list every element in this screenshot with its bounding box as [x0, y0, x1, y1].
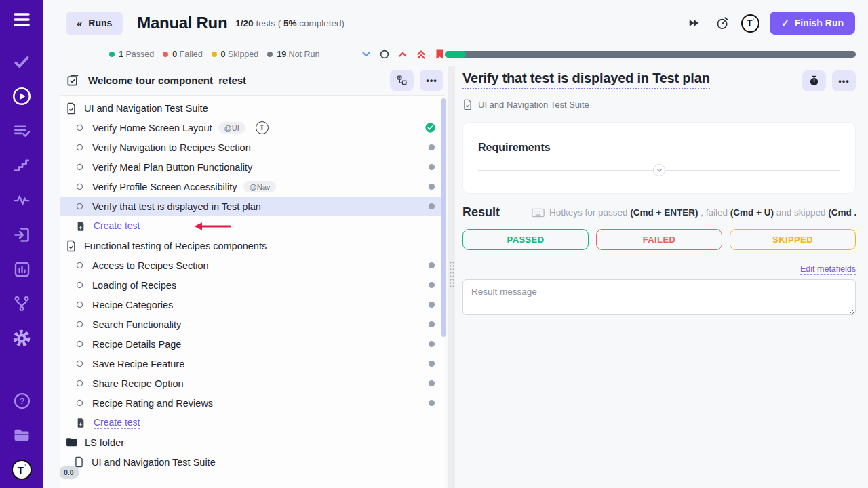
check-icon[interactable]: [12, 52, 32, 72]
status-row: 1 Passed0 Failed0 Skipped19 Not Run: [43, 47, 868, 61]
tree-list: UI and Navigation Test SuiteVerify Home …: [60, 96, 445, 488]
branch-icon[interactable]: [12, 293, 32, 314]
bookmark-icon[interactable]: [434, 49, 445, 60]
test-status-icon: [428, 340, 435, 348]
test-row[interactable]: Verify Profile Screen Accessibility@Nav: [60, 177, 445, 197]
expand-requirements-button[interactable]: [653, 164, 665, 176]
status-count-failed: 0 Failed: [163, 49, 202, 59]
detail-more-actions-button[interactable]: •••: [832, 70, 856, 92]
test-bullet-icon: [76, 301, 83, 308]
finish-run-button[interactable]: ✓ Finish Run: [770, 12, 855, 35]
steps-icon[interactable]: [12, 155, 32, 176]
edit-metafields-link[interactable]: Edit metafields: [800, 264, 856, 275]
test-label: Verify Home Screen Layout: [92, 123, 212, 134]
brand-logo-icon[interactable]: T': [12, 460, 32, 480]
test-row[interactable]: Share Recipe Option: [60, 373, 445, 393]
import-icon[interactable]: [12, 224, 32, 245]
status-filter-icons: [361, 49, 445, 60]
create-test-row[interactable]: Create test: [60, 216, 445, 236]
create-test-link[interactable]: Create test: [94, 417, 140, 429]
stopwatch-button[interactable]: [802, 70, 826, 92]
test-row[interactable]: Search Functionality: [60, 314, 445, 334]
list-check-icon[interactable]: [12, 121, 32, 141]
result-passed-button[interactable]: PASSED: [462, 229, 589, 250]
suite-row[interactable]: Functional testing of Recipes components: [60, 236, 445, 256]
test-row[interactable]: Access to Recipes Section: [60, 256, 445, 275]
suite-row[interactable]: 0.0UI and Navigation Test Suite: [60, 452, 445, 472]
analytics-icon[interactable]: [12, 259, 32, 279]
test-status-icon: [428, 360, 435, 367]
test-bullet-icon: [76, 183, 83, 190]
test-row[interactable]: Recipe Rating and Reviews: [60, 393, 445, 413]
test-bullet-icon: [76, 380, 83, 387]
folder-label: LS folder: [85, 437, 124, 448]
circle-outline-icon[interactable]: [379, 49, 390, 60]
chevron-down-icon[interactable]: [361, 49, 372, 60]
suite-label: UI and Navigation Test Suite: [84, 103, 208, 114]
test-bullet-icon: [76, 340, 83, 348]
fast-forward-icon[interactable]: [686, 14, 703, 32]
requirements-divider: [478, 170, 840, 171]
create-test-row[interactable]: Create test: [60, 413, 445, 432]
status-dot-icon: [163, 52, 168, 57]
timer-icon[interactable]: [713, 14, 731, 32]
test-row[interactable]: Recipe Categories: [60, 295, 445, 314]
test-bullet-icon: [76, 203, 83, 210]
test-row[interactable]: Loading of Recipes: [60, 275, 445, 295]
app-logo-icon[interactable]: T': [741, 14, 760, 33]
back-to-runs-label: Runs: [88, 18, 112, 28]
result-skipped-button[interactable]: SKIPPED: [730, 229, 856, 250]
tree-more-actions-button[interactable]: •••: [420, 70, 443, 91]
tree-header: Welcome tour component_retest •••: [60, 66, 445, 96]
menu-icon[interactable]: [12, 9, 32, 30]
test-label: Verify Navigation to Recipes Section: [92, 142, 251, 153]
status-dot-icon: [212, 52, 217, 57]
checklist-icon: [66, 74, 79, 87]
folder-row[interactable]: LS folder: [60, 432, 445, 452]
test-bullet-icon: [76, 124, 83, 131]
sidebar: ? T': [0, 0, 43, 488]
breadcrumb[interactable]: UI and Navigation Test Suite: [462, 99, 856, 110]
test-label: Verify Meal Plan Button Functionality: [92, 162, 252, 173]
suite-label: UI and Navigation Test Suite: [92, 457, 216, 468]
test-label: Recipe Details Page: [92, 339, 181, 350]
test-status-icon: [428, 380, 435, 387]
test-title[interactable]: Verify that test is displayed in Test pl…: [462, 70, 710, 89]
settings-gear-icon[interactable]: [12, 328, 32, 348]
tests-ratio: 1/20: [235, 18, 253, 28]
panel-splitter[interactable]: [445, 66, 458, 488]
test-status-icon: [428, 262, 435, 269]
test-label: Loading of Recipes: [92, 280, 176, 291]
test-row[interactable]: Verify Home Screen Layout@UIT: [60, 118, 445, 138]
test-row[interactable]: Verify Meal Plan Button Functionality: [60, 157, 445, 177]
change-suite-structure-button[interactable]: [390, 70, 414, 91]
test-row[interactable]: Save Recipe Feature: [60, 354, 445, 373]
test-row[interactable]: Verify Navigation to Recipes Section: [60, 138, 445, 157]
suite-file-icon: [66, 240, 77, 252]
projects-folder-icon[interactable]: [12, 425, 32, 445]
test-status-icon: [428, 301, 435, 308]
splitter-grip-icon[interactable]: [449, 261, 455, 289]
test-bullet-icon: [76, 399, 83, 407]
chevron-up-icon[interactable]: [397, 49, 408, 60]
create-test-link[interactable]: Create test: [94, 220, 140, 232]
runs-play-icon[interactable]: [12, 86, 32, 106]
result-failed-button[interactable]: FAILED: [596, 229, 722, 250]
pulse-icon[interactable]: [12, 190, 32, 210]
automated-test-logo-icon: T: [256, 121, 269, 134]
breadcrumb-label: UI and Navigation Test Suite: [478, 100, 589, 110]
result-message-input[interactable]: [462, 279, 856, 315]
back-to-runs-button[interactable]: « Runs: [66, 12, 123, 35]
main-area: « Runs Manual Run 1/20 tests ( 5% comple…: [43, 0, 868, 488]
suite-row[interactable]: UI and Navigation Test Suite: [60, 98, 445, 118]
double-chevron-up-icon[interactable]: [416, 49, 427, 60]
test-status-icon: [428, 399, 435, 407]
test-row[interactable]: Verify that test is displayed in Test pl…: [60, 197, 445, 216]
test-bullet-icon: [76, 360, 83, 367]
test-row[interactable]: Recipe Details Page: [60, 334, 445, 354]
double-chevron-left-icon: «: [77, 18, 82, 29]
coverage-badge: 0.0: [60, 466, 79, 479]
test-tag-badge: @UI: [218, 122, 245, 134]
test-status-icon: [428, 183, 435, 190]
help-icon[interactable]: ?: [12, 390, 32, 411]
